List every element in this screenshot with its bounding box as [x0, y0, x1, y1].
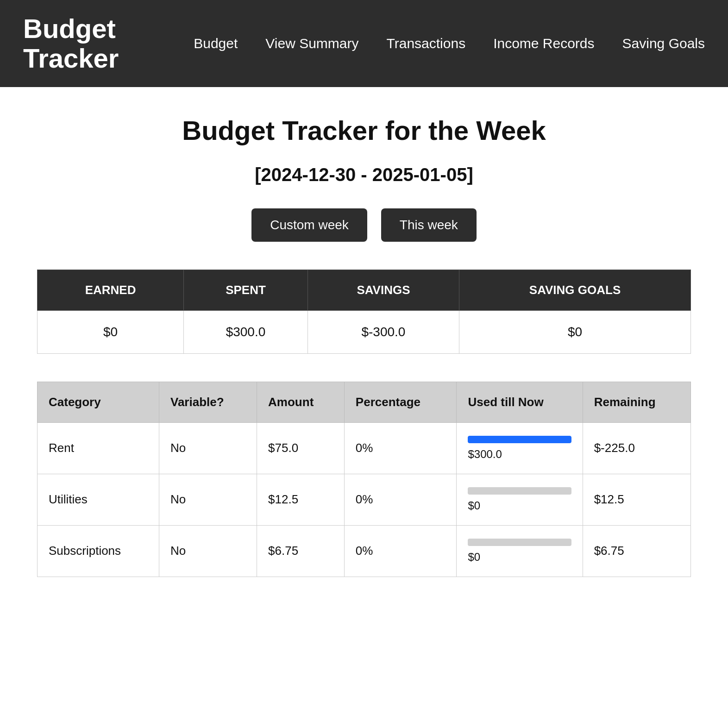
row-used-till-now: $0 [457, 474, 583, 525]
progress-bar-container [468, 539, 571, 546]
summary-header-earned: EARNED [38, 270, 184, 310]
row-remaining: $-225.0 [583, 422, 690, 474]
detail-header-variable: Variable? [159, 382, 257, 422]
date-range: [2024-12-30 - 2025-01-05] [37, 164, 691, 185]
summary-savings-value: $-300.0 [308, 310, 459, 353]
nav-transactions[interactable]: Transactions [387, 36, 466, 51]
nav-income-records[interactable]: Income Records [493, 36, 594, 51]
row-variable: No [159, 474, 257, 525]
row-percentage: 0% [344, 525, 457, 577]
progress-bar-container [468, 436, 571, 443]
week-buttons: Custom week This week [37, 208, 691, 242]
row-amount: $12.5 [257, 474, 345, 525]
table-row: Rent No $75.0 0% $300.0 $-225.0 [38, 422, 691, 474]
row-variable: No [159, 422, 257, 474]
progress-label: $300.0 [468, 448, 571, 461]
progress-label: $0 [468, 499, 571, 512]
navbar: Budget Tracker Budget View Summary Trans… [0, 0, 728, 87]
detail-header-percentage: Percentage [344, 382, 457, 422]
progress-bar-container [468, 487, 571, 495]
summary-earned-value: $0 [38, 310, 184, 353]
brand-logo: Budget Tracker [23, 14, 144, 73]
row-category: Subscriptions [38, 525, 159, 577]
row-percentage: 0% [344, 422, 457, 474]
page-title: Budget Tracker for the Week [37, 115, 691, 146]
row-amount: $6.75 [257, 525, 345, 577]
row-remaining: $6.75 [583, 525, 690, 577]
summary-header-savings: SAVINGS [308, 270, 459, 310]
table-row: Utilities No $12.5 0% $0 $12.5 [38, 474, 691, 525]
row-used-till-now: $0 [457, 525, 583, 577]
detail-table: Category Variable? Amount Percentage Use… [37, 382, 691, 577]
summary-header-spent: SPENT [184, 270, 308, 310]
nav-links: Budget View Summary Transactions Income … [171, 36, 705, 51]
progress-label: $0 [468, 551, 571, 564]
detail-header-amount: Amount [257, 382, 345, 422]
row-category: Utilities [38, 474, 159, 525]
nav-view-summary[interactable]: View Summary [265, 36, 358, 51]
row-remaining: $12.5 [583, 474, 690, 525]
detail-header-used-till-now: Used till Now [457, 382, 583, 422]
summary-table: EARNED SPENT SAVINGS SAVING GOALS $0 $30… [37, 270, 691, 354]
custom-week-button[interactable]: Custom week [251, 208, 367, 242]
progress-bar-fill [468, 436, 571, 443]
detail-header-remaining: Remaining [583, 382, 690, 422]
row-amount: $75.0 [257, 422, 345, 474]
row-category: Rent [38, 422, 159, 474]
summary-spent-value: $300.0 [184, 310, 308, 353]
summary-header-saving-goals: SAVING GOALS [459, 270, 691, 310]
row-percentage: 0% [344, 474, 457, 525]
this-week-button[interactable]: This week [381, 208, 477, 242]
detail-header-category: Category [38, 382, 159, 422]
nav-budget[interactable]: Budget [194, 36, 238, 51]
main-content: Budget Tracker for the Week [2024-12-30 … [0, 87, 728, 605]
summary-saving-goals-value: $0 [459, 310, 691, 353]
nav-saving-goals[interactable]: Saving Goals [622, 36, 705, 51]
row-variable: No [159, 525, 257, 577]
row-used-till-now: $300.0 [457, 422, 583, 474]
table-row: Subscriptions No $6.75 0% $0 $6.75 [38, 525, 691, 577]
